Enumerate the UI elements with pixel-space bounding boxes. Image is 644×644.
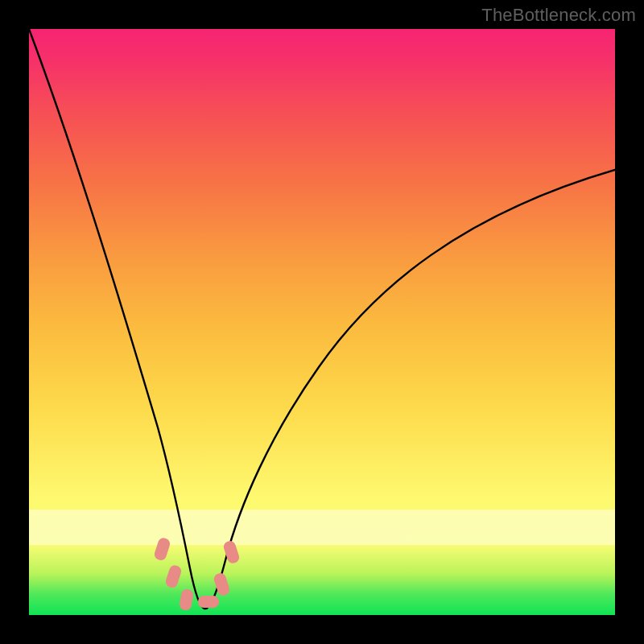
plot-area xyxy=(29,29,615,615)
bottleneck-curve xyxy=(29,29,615,609)
highlight-dots xyxy=(153,537,241,612)
svg-rect-3 xyxy=(198,596,219,608)
svg-rect-0 xyxy=(153,537,171,562)
watermark-text: TheBottleneck.com xyxy=(481,5,636,26)
svg-rect-1 xyxy=(164,564,183,589)
chart-frame: TheBottleneck.com xyxy=(0,0,644,644)
chart-svg xyxy=(29,29,615,615)
svg-rect-2 xyxy=(179,588,194,611)
